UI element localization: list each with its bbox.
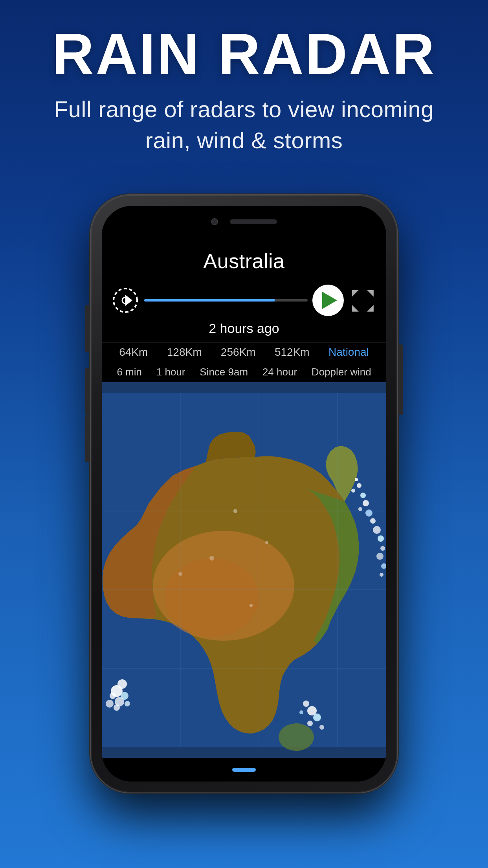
phone-mockup: Australia <box>91 195 397 868</box>
svg-point-13 <box>365 509 372 517</box>
phone-top-bar <box>102 206 386 237</box>
svg-point-26 <box>299 710 303 714</box>
svg-point-17 <box>380 546 385 551</box>
speaker-bar <box>230 219 277 224</box>
svg-point-32 <box>125 701 130 706</box>
record-icon[interactable] <box>111 286 139 314</box>
range-128km[interactable]: 128Km <box>167 346 202 359</box>
svg-point-34 <box>114 704 120 711</box>
subtitle: Full range of radars to view incoming ra… <box>31 94 457 156</box>
arrow-topright-icon: ◥ <box>367 289 374 297</box>
phone-screen: Australia <box>102 206 386 782</box>
svg-point-40 <box>279 723 314 751</box>
camera-icon <box>211 218 218 225</box>
svg-point-11 <box>363 500 369 506</box>
phone-bezel: Australia <box>91 195 397 793</box>
range-512km[interactable]: 512Km <box>275 346 310 359</box>
svg-point-16 <box>378 535 384 542</box>
time-doppler[interactable]: Doppler wind <box>312 366 371 378</box>
slider-fill <box>144 299 275 302</box>
svg-point-18 <box>376 553 383 560</box>
play-triangle-icon <box>322 292 337 309</box>
app-content: Australia <box>102 237 386 782</box>
time-options: 6 min 1 hour Since 9am 24 hour Doppler w… <box>102 362 386 382</box>
svg-point-37 <box>209 556 214 561</box>
home-indicator[interactable] <box>232 768 256 772</box>
arrow-topleft-icon: ◤ <box>352 289 359 297</box>
radar-map[interactable] <box>102 382 386 758</box>
svg-point-33 <box>106 700 114 708</box>
svg-point-7 <box>355 478 358 481</box>
home-bar <box>102 758 386 782</box>
timeline-slider[interactable] <box>144 286 308 314</box>
svg-point-23 <box>313 714 321 721</box>
time-6min[interactable]: 6 min <box>117 366 142 378</box>
playback-controls: ◤ ◥ ◣ ◢ <box>102 281 386 320</box>
arrow-bottomleft-icon: ◣ <box>352 303 359 312</box>
svg-point-21 <box>303 701 309 707</box>
range-64km[interactable]: 64Km <box>119 346 148 359</box>
svg-point-36 <box>265 541 268 544</box>
app-title: Australia <box>102 237 386 281</box>
time-since9am[interactable]: Since 9am <box>200 366 248 378</box>
australia-map-svg <box>102 382 386 758</box>
svg-point-20 <box>380 573 383 577</box>
expand-button[interactable]: ◤ ◥ ◣ ◢ <box>349 286 377 314</box>
range-national[interactable]: National <box>328 346 369 359</box>
svg-point-6 <box>165 558 259 637</box>
svg-point-12 <box>358 507 362 511</box>
play-button[interactable] <box>312 285 344 316</box>
svg-point-25 <box>319 725 324 730</box>
svg-point-38 <box>250 604 253 607</box>
main-title: RAIN RADAR <box>31 24 457 85</box>
range-options: 64Km 128Km 256Km 512Km National <box>102 342 386 362</box>
svg-point-10 <box>360 493 366 498</box>
header-section: RAIN RADAR Full range of radars to view … <box>0 0 488 171</box>
svg-point-30 <box>110 693 116 699</box>
svg-point-24 <box>307 721 313 726</box>
range-256km[interactable]: 256Km <box>221 346 256 359</box>
svg-point-9 <box>351 489 355 493</box>
svg-point-15 <box>373 526 381 534</box>
time-24hour[interactable]: 24 hour <box>262 366 297 378</box>
arrow-bottomright-icon: ◢ <box>367 303 374 312</box>
svg-point-14 <box>370 518 376 524</box>
time-1hour[interactable]: 1 hour <box>156 366 185 378</box>
slider-track <box>144 299 308 302</box>
svg-point-8 <box>357 483 361 488</box>
time-label: 2 hours ago <box>102 320 386 342</box>
